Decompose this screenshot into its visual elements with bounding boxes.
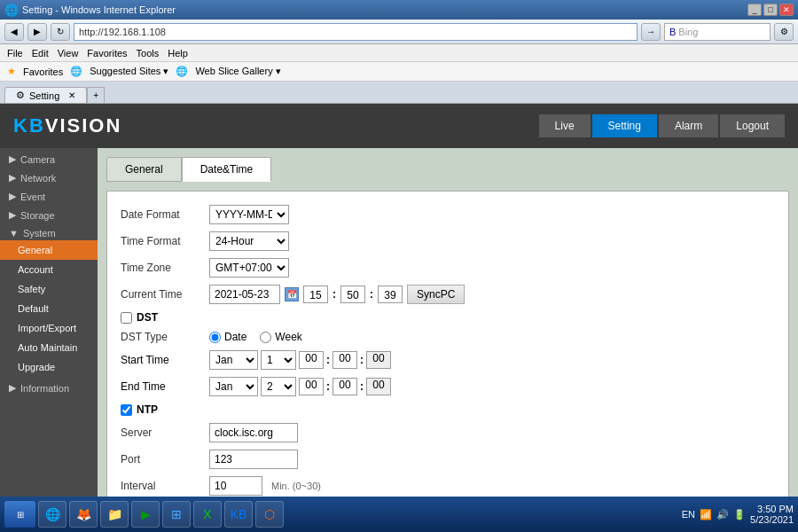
sidebar-item-storage[interactable]: ▶ Storage: [0, 204, 98, 223]
suggested-sites[interactable]: Suggested Sites ▾: [90, 66, 168, 77]
favorites-label[interactable]: Favorites: [23, 66, 63, 77]
app-header: KBVISION Live Setting Alarm Logout: [0, 104, 798, 148]
port-input[interactable]: [209, 450, 298, 469]
tab-general[interactable]: General: [106, 157, 182, 182]
tab-icon: ⚙: [16, 90, 25, 101]
sidebar-item-automaintain[interactable]: Auto Maintain: [0, 338, 98, 357]
dst-week-radio[interactable]: [260, 332, 271, 343]
calendar-icon[interactable]: 📅: [285, 287, 299, 301]
dst-label[interactable]: DST: [137, 311, 158, 324]
end-hour-input[interactable]: 00: [299, 378, 324, 395]
end-min-input[interactable]: 00: [332, 378, 357, 395]
menu-favorites[interactable]: Favorites: [87, 48, 127, 59]
refresh-nav-button[interactable]: ↻: [51, 23, 70, 41]
go-button[interactable]: →: [641, 23, 661, 41]
minimize-button[interactable]: _: [747, 4, 762, 16]
sidebar-item-network[interactable]: ▶ Network: [0, 167, 98, 185]
start-min-input[interactable]: 00: [332, 351, 357, 369]
fav-icon-1: 🌐: [70, 66, 82, 77]
new-tab-button[interactable]: +: [87, 87, 105, 103]
current-hour-display: 15: [303, 286, 328, 303]
close-button[interactable]: ✕: [779, 4, 794, 16]
start-time-label: Start Time: [121, 354, 209, 366]
sidebar-item-general[interactable]: General: [0, 240, 98, 260]
sidebar-item-system[interactable]: ▼ System: [0, 223, 98, 240]
end-month-select[interactable]: JanFebMar: [209, 377, 258, 396]
tools-button[interactable]: ⚙: [774, 23, 794, 41]
start-button[interactable]: ⊞: [4, 501, 35, 528]
app-logo: KBVISION: [13, 114, 121, 137]
nav-logout-button[interactable]: Logout: [720, 114, 785, 137]
nav-alarm-button[interactable]: Alarm: [659, 114, 718, 137]
menu-tools[interactable]: Tools: [137, 48, 160, 59]
maximize-button[interactable]: □: [763, 4, 778, 16]
dst-week-option: Week: [260, 331, 301, 343]
interval-row: Interval Min. (0~30): [121, 476, 775, 496]
back-button[interactable]: ◀: [4, 23, 24, 41]
sidebar-item-information[interactable]: ▶ Information: [0, 377, 98, 395]
date-format-select[interactable]: YYYY-MM-DD MM-DD-YYYY DD-MM-YYYY: [209, 205, 289, 224]
sidebar-item-camera[interactable]: ▶ Camera: [0, 148, 98, 167]
search-bar[interactable]: B Bing: [664, 23, 771, 41]
time-zone-control: GMT+07:00: [209, 258, 289, 278]
sidebar-item-upgrade[interactable]: Upgrade: [0, 357, 98, 377]
menu-file[interactable]: File: [7, 48, 23, 59]
taskbar-app-3[interactable]: 📁: [100, 501, 129, 528]
server-label: Server: [121, 426, 209, 439]
taskbar-ie-app[interactable]: 🌐: [38, 501, 66, 528]
sidebar-item-safety[interactable]: Safety: [0, 279, 98, 299]
sidebar-item-importexport[interactable]: Import/Export: [0, 318, 98, 338]
menu-edit[interactable]: Edit: [32, 48, 49, 59]
ntp-checkbox-row: NTP: [121, 403, 775, 416]
web-slice-gallery[interactable]: Web Slice Gallery ▾: [195, 66, 280, 77]
current-date-input[interactable]: [209, 285, 280, 304]
browser-tab[interactable]: ⚙ Setting ✕: [4, 87, 87, 103]
time-format-row: Time Format 24-Hour 12-Hour: [121, 231, 775, 251]
ntp-label[interactable]: NTP: [137, 403, 158, 416]
logo-kb: KB: [13, 114, 45, 137]
menu-view[interactable]: View: [58, 48, 79, 59]
browser-icon: 🌐: [4, 4, 19, 17]
time-zone-select[interactable]: GMT+07:00: [209, 258, 289, 278]
taskbar-app-6[interactable]: X: [193, 501, 222, 528]
start-day-select[interactable]: 123: [261, 350, 296, 370]
ntp-checkbox[interactable]: [121, 404, 132, 416]
taskbar-app-2[interactable]: 🦊: [69, 501, 98, 528]
server-control: [209, 423, 298, 442]
forward-button[interactable]: ▶: [27, 23, 47, 41]
interval-label: Interval: [121, 480, 209, 492]
menu-help[interactable]: Help: [168, 48, 188, 59]
nav-setting-button[interactable]: Setting: [592, 114, 657, 137]
camera-arrow-icon: ▶: [9, 153, 16, 165]
interval-input[interactable]: [209, 476, 262, 496]
port-control: [209, 450, 298, 469]
start-hour-input[interactable]: 00: [299, 351, 324, 369]
address-bar[interactable]: http://192.168.1.108: [74, 23, 638, 41]
taskbar-app-4[interactable]: ▶: [131, 501, 160, 528]
menu-bar: File Edit View Favorites Tools Help: [0, 44, 798, 62]
sidebar-item-account[interactable]: Account: [0, 260, 98, 279]
tab-bar: ⚙ Setting ✕ +: [0, 82, 798, 103]
time-format-select[interactable]: 24-Hour 12-Hour: [209, 231, 289, 251]
windows-icon: ⊞: [17, 510, 24, 520]
tab-datetime[interactable]: Date&Time: [182, 157, 272, 182]
taskbar-app-8[interactable]: ⬡: [255, 501, 284, 528]
taskbar-app-5[interactable]: ⊞: [162, 501, 191, 528]
dst-date-radio[interactable]: [209, 332, 221, 343]
tab-close-icon[interactable]: ✕: [68, 90, 75, 100]
sidebar-item-default[interactable]: Default: [0, 299, 98, 318]
nav-live-button[interactable]: Live: [539, 114, 591, 137]
sidebar-item-event[interactable]: ▶ Event: [0, 185, 98, 204]
star-icon: ★: [7, 66, 16, 77]
start-month-select[interactable]: JanFebMar: [209, 350, 258, 370]
system-arrow-icon: ▼: [9, 228, 19, 239]
start-colon-1: :: [326, 354, 330, 366]
sidebar-camera-label: Camera: [20, 154, 55, 165]
dst-checkbox[interactable]: [121, 312, 132, 324]
server-input[interactable]: [209, 423, 298, 442]
sync-pc-button[interactable]: SyncPC: [407, 285, 465, 304]
end-time-row: End Time JanFebMar 123 00 : 00 : 00: [121, 377, 775, 396]
content-area: ▶ Camera ▶ Network ▶ Event ▶ Storage ▼ S…: [0, 148, 798, 532]
taskbar-app-7[interactable]: KB: [224, 501, 253, 528]
end-day-select[interactable]: 123: [261, 377, 296, 396]
